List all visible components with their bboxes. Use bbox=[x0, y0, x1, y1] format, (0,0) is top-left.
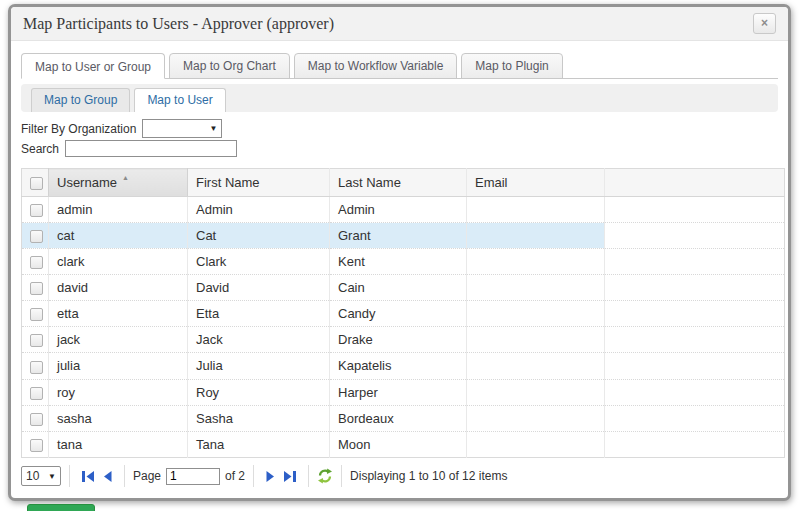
cell-username: sasha bbox=[49, 405, 188, 431]
cell-last-name: Admin bbox=[330, 197, 467, 223]
table-row[interactable]: etta Etta Candy bbox=[22, 301, 785, 327]
cell-username: cat bbox=[49, 223, 188, 249]
cell-username: etta bbox=[49, 301, 188, 327]
cell-extra bbox=[605, 327, 785, 353]
cell-email bbox=[467, 223, 605, 249]
chevron-down-icon: ▼ bbox=[209, 124, 217, 133]
cell-username: julia bbox=[49, 353, 188, 379]
row-checkbox[interactable] bbox=[30, 308, 43, 321]
table-header-row: Username▲ First Name Last Name Email bbox=[22, 169, 785, 197]
close-icon: × bbox=[761, 16, 768, 30]
first-page-button[interactable] bbox=[81, 470, 96, 483]
row-checkbox[interactable] bbox=[30, 204, 43, 217]
page-size-value: 10 bbox=[26, 469, 39, 483]
table-row[interactable]: sasha Sasha Bordeaux bbox=[22, 405, 785, 431]
separator bbox=[253, 465, 254, 487]
cell-email bbox=[467, 301, 605, 327]
row-checkbox[interactable] bbox=[30, 230, 43, 243]
row-checkbox[interactable] bbox=[30, 387, 43, 400]
refresh-button[interactable] bbox=[317, 468, 333, 484]
tab-map-to-user[interactable]: Map to User bbox=[134, 88, 225, 112]
table-row[interactable]: clark Clark Kent bbox=[22, 249, 785, 275]
next-page-button[interactable] bbox=[265, 470, 276, 483]
column-header-last-name[interactable]: Last Name bbox=[330, 169, 467, 197]
pagination-status: Displaying 1 to 10 of 12 items bbox=[350, 469, 507, 483]
cell-first-name: Tana bbox=[188, 431, 330, 457]
separator bbox=[69, 465, 70, 487]
separator bbox=[124, 465, 125, 487]
tab-map-to-group[interactable]: Map to Group bbox=[31, 88, 130, 112]
close-button[interactable]: × bbox=[753, 13, 776, 34]
cell-email bbox=[467, 197, 605, 223]
page-size-select[interactable]: 10 ▼ bbox=[21, 466, 61, 486]
column-header-first-name[interactable]: First Name bbox=[188, 169, 330, 197]
row-checkbox[interactable] bbox=[30, 256, 43, 269]
table-row[interactable]: jack Jack Drake bbox=[22, 327, 785, 353]
column-header-username[interactable]: Username▲ bbox=[49, 169, 188, 197]
cell-extra bbox=[605, 405, 785, 431]
page-label: Page bbox=[133, 469, 161, 483]
cell-first-name: Cat bbox=[188, 223, 330, 249]
table-row[interactable]: julia Julia Kapatelis bbox=[22, 353, 785, 379]
organization-filter-label: Filter By Organization bbox=[21, 122, 136, 136]
column-header-email[interactable]: Email bbox=[467, 169, 605, 197]
cell-last-name: Kent bbox=[330, 249, 467, 275]
dialog-title: Map Participants to Users - Approver (ap… bbox=[23, 15, 334, 33]
next-page-icon bbox=[265, 470, 276, 483]
cell-email bbox=[467, 405, 605, 431]
cell-username: david bbox=[49, 275, 188, 301]
cell-first-name: Admin bbox=[188, 197, 330, 223]
cell-first-name: Jack bbox=[188, 327, 330, 353]
cell-last-name: Harper bbox=[330, 379, 467, 405]
row-checkbox[interactable] bbox=[30, 439, 43, 452]
last-page-button[interactable] bbox=[282, 470, 297, 483]
table-row[interactable]: admin Admin Admin bbox=[22, 197, 785, 223]
table-row[interactable]: roy Roy Harper bbox=[22, 379, 785, 405]
table-row[interactable]: cat Cat Grant bbox=[22, 223, 785, 249]
tab-map-to-workflow-variable[interactable]: Map to Workflow Variable bbox=[294, 53, 458, 79]
cell-email bbox=[467, 431, 605, 457]
pagination-bar: 10 ▼ Page of 2 bbox=[21, 463, 778, 490]
organization-filter-select[interactable]: ▼ bbox=[142, 119, 222, 138]
row-checkbox[interactable] bbox=[30, 334, 43, 347]
last-page-icon bbox=[282, 470, 297, 483]
cell-last-name: Cain bbox=[330, 275, 467, 301]
select-all-checkbox[interactable] bbox=[30, 177, 43, 190]
page-of-label: of 2 bbox=[225, 469, 245, 483]
cell-extra bbox=[605, 431, 785, 457]
cell-first-name: David bbox=[188, 275, 330, 301]
table-row[interactable]: david David Cain bbox=[22, 275, 785, 301]
select-all-header bbox=[22, 169, 49, 197]
cell-username: clark bbox=[49, 249, 188, 275]
cell-username: admin bbox=[49, 197, 188, 223]
cell-email bbox=[467, 327, 605, 353]
tab-bar-level1: Map to User or GroupMap to Org ChartMap … bbox=[21, 53, 778, 79]
cell-extra bbox=[605, 301, 785, 327]
tab-map-to-plugin[interactable]: Map to Plugin bbox=[461, 53, 562, 79]
search-label: Search bbox=[21, 142, 59, 156]
tab-map-to-org-chart[interactable]: Map to Org Chart bbox=[169, 53, 290, 79]
cell-last-name: Kapatelis bbox=[330, 353, 467, 379]
cell-first-name: Clark bbox=[188, 249, 330, 275]
chevron-down-icon: ▼ bbox=[48, 472, 56, 481]
tab-map-to-user-or-group[interactable]: Map to User or Group bbox=[21, 53, 165, 79]
submit-button[interactable]: Submit bbox=[27, 504, 95, 511]
user-table-body: admin Admin Admin cat Cat Grant clark Cl… bbox=[22, 197, 785, 458]
cell-extra bbox=[605, 275, 785, 301]
row-checkbox[interactable] bbox=[30, 361, 43, 374]
cell-email bbox=[467, 379, 605, 405]
cell-first-name: Sasha bbox=[188, 405, 330, 431]
table-row[interactable]: tana Tana Moon bbox=[22, 431, 785, 457]
separator bbox=[341, 465, 342, 487]
map-participants-dialog: Map Participants to Users - Approver (ap… bbox=[8, 4, 791, 501]
cell-email bbox=[467, 275, 605, 301]
cell-first-name: Roy bbox=[188, 379, 330, 405]
cell-last-name: Grant bbox=[330, 223, 467, 249]
row-checkbox[interactable] bbox=[30, 413, 43, 426]
row-checkbox[interactable] bbox=[30, 282, 43, 295]
cell-username: roy bbox=[49, 379, 188, 405]
search-input[interactable] bbox=[65, 140, 237, 157]
prev-page-button[interactable] bbox=[102, 470, 113, 483]
refresh-icon bbox=[317, 468, 333, 484]
page-number-input[interactable] bbox=[166, 468, 220, 485]
